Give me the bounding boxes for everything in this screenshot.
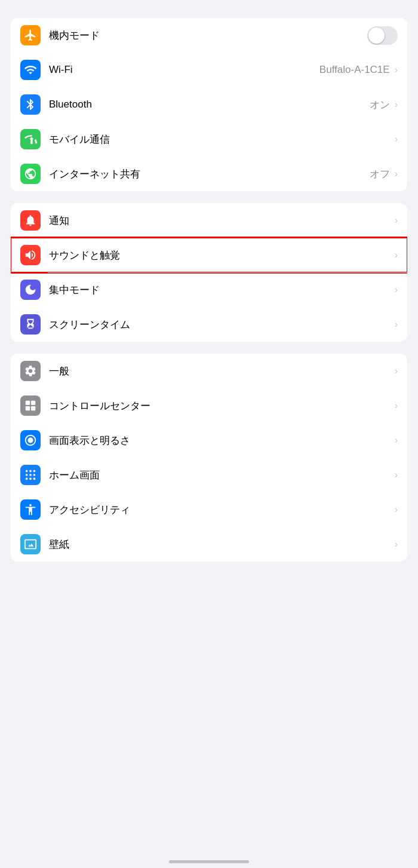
- display-icon: [20, 430, 41, 450]
- hotspot-value: オフ: [370, 167, 390, 181]
- cellular-icon: [20, 129, 41, 149]
- wifi-chevron: ›: [395, 65, 398, 75]
- svg-point-6: [33, 470, 36, 473]
- svg-point-4: [26, 470, 28, 473]
- general-chevron: ›: [395, 366, 398, 376]
- settings-row-wifi[interactable]: Wi-FiBuffalo-A-1C1E›: [11, 53, 407, 87]
- settings-list-notifications: 通知›サウンドと触覚›集中モード›スクリーンタイム›: [11, 203, 407, 342]
- accessibility-icon: [20, 499, 41, 520]
- focus-label: 集中モード: [49, 283, 394, 297]
- settings-row-airplane[interactable]: 機内モード: [11, 18, 407, 53]
- wallpaper-icon: [20, 534, 41, 554]
- settings-row-notifications[interactable]: 通知›: [11, 203, 407, 238]
- moon-icon: [20, 280, 41, 300]
- bluetooth-label: Bluetooth: [49, 99, 370, 111]
- wallpaper-label: 壁紙: [49, 538, 394, 551]
- sound-icon: [20, 245, 41, 265]
- svg-point-12: [33, 478, 36, 480]
- control-center-label: コントロールセンター: [49, 399, 394, 413]
- settings-row-sounds[interactable]: サウンドと触覚›: [11, 238, 407, 272]
- svg-rect-1: [31, 401, 35, 405]
- screentime-label: スクリーンタイム: [49, 318, 394, 332]
- settings-list-general: 一般›コントロールセンター›画面表示と明るさ›ホーム画面›アクセシビリティ›壁紙…: [11, 354, 407, 562]
- svg-rect-2: [26, 406, 30, 410]
- svg-point-5: [29, 470, 32, 473]
- settings-row-display[interactable]: 画面表示と明るさ›: [11, 423, 407, 458]
- sounds-chevron: ›: [395, 250, 398, 260]
- control-center-chevron: ›: [395, 400, 398, 411]
- bluetooth-value: オン: [370, 98, 390, 112]
- settings-row-hotspot[interactable]: インターネット共有オフ›: [11, 157, 407, 191]
- home-screen-chevron: ›: [395, 470, 398, 480]
- airplane-icon: [20, 25, 41, 45]
- svg-point-9: [33, 474, 36, 476]
- svg-rect-3: [31, 406, 35, 410]
- settings-row-bluetooth[interactable]: Bluetoothオン›: [11, 87, 407, 122]
- settings-row-focus[interactable]: 集中モード›: [11, 272, 407, 307]
- settings-group-connectivity: 機内モードWi-FiBuffalo-A-1C1E›Bluetoothオン›モバイ…: [0, 18, 418, 191]
- settings-row-accessibility[interactable]: アクセシビリティ›: [11, 492, 407, 527]
- airplane-label: 機内モード: [49, 29, 367, 42]
- display-label: 画面表示と明るさ: [49, 434, 394, 447]
- home-screen-label: ホーム画面: [49, 468, 394, 482]
- wallpaper-chevron: ›: [395, 539, 398, 550]
- airplane-toggle[interactable]: [367, 26, 398, 45]
- notifications-label: 通知: [49, 214, 394, 228]
- svg-point-11: [29, 478, 32, 480]
- display-chevron: ›: [395, 435, 398, 446]
- notifications-chevron: ›: [395, 215, 398, 226]
- hourglass-icon: [20, 314, 41, 335]
- settings-row-cellular[interactable]: モバイル通信›: [11, 122, 407, 157]
- cellular-chevron: ›: [395, 134, 398, 145]
- settings-row-wallpaper[interactable]: 壁紙›: [11, 527, 407, 562]
- home-grid-icon: [20, 465, 41, 485]
- accessibility-label: アクセシビリティ: [49, 503, 394, 517]
- settings-group-general: 一般›コントロールセンター›画面表示と明るさ›ホーム画面›アクセシビリティ›壁紙…: [0, 354, 418, 562]
- svg-point-10: [26, 478, 28, 480]
- focus-chevron: ›: [395, 284, 398, 295]
- hotspot-label: インターネット共有: [49, 167, 370, 181]
- settings-row-screentime[interactable]: スクリーンタイム›: [11, 307, 407, 342]
- accessibility-chevron: ›: [395, 504, 398, 515]
- general-label: 一般: [49, 364, 394, 378]
- bell-icon: [20, 210, 41, 231]
- wifi-value: Buffalo-A-1C1E: [319, 64, 390, 76]
- settings-row-control-center[interactable]: コントロールセンター›: [11, 388, 407, 423]
- home-indicator: [169, 860, 249, 863]
- sounds-label: サウンドと触覚: [49, 249, 394, 262]
- page-title: [0, 0, 418, 18]
- settings-group-notifications: 通知›サウンドと触覚›集中モード›スクリーンタイム›: [0, 203, 418, 342]
- hotspot-icon: [20, 164, 41, 184]
- settings-list-connectivity: 機内モードWi-FiBuffalo-A-1C1E›Bluetoothオン›モバイ…: [11, 18, 407, 191]
- svg-point-7: [26, 474, 28, 476]
- bluetooth-icon: [20, 94, 41, 115]
- settings-row-home-screen[interactable]: ホーム画面›: [11, 458, 407, 492]
- svg-point-8: [29, 474, 32, 476]
- wifi-label: Wi-Fi: [49, 64, 319, 76]
- hotspot-chevron: ›: [395, 168, 398, 179]
- settings-row-general[interactable]: 一般›: [11, 354, 407, 388]
- control-center-icon: [20, 395, 41, 416]
- gear-icon: [20, 361, 41, 381]
- screentime-chevron: ›: [395, 319, 398, 330]
- svg-rect-0: [26, 401, 30, 405]
- wifi-icon: [20, 60, 41, 80]
- cellular-label: モバイル通信: [49, 133, 394, 146]
- bluetooth-chevron: ›: [395, 99, 398, 110]
